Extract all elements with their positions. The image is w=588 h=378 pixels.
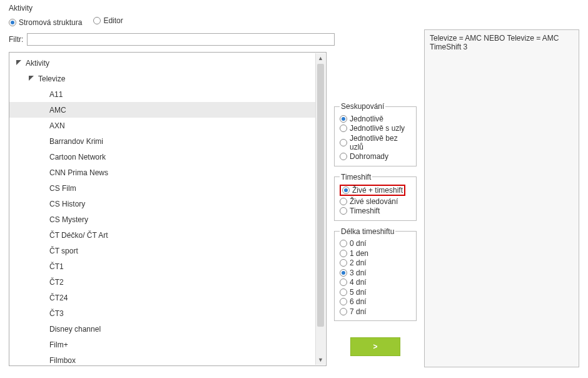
tree-channel-item[interactable]: CS Mystery [9, 212, 326, 227]
tree-channel-item[interactable]: ČT1 [9, 258, 326, 274]
radio-icon[interactable] [342, 186, 350, 194]
view-mode-option[interactable]: Stromová struktura [9, 18, 82, 27]
radio-icon[interactable] [340, 289, 347, 296]
length-legend: Délka timeshiftu [340, 227, 395, 236]
radio-icon[interactable] [9, 19, 16, 26]
view-mode-option[interactable]: Editor [93, 16, 123, 25]
tree-channel-label: Filmbox [49, 356, 76, 365]
tree-channel-item[interactable]: ČT sport [9, 243, 326, 258]
tree-channel-label: CNN Prima News [49, 168, 108, 177]
tree-channel-label: ČT Déčko/ ČT Art [49, 231, 108, 240]
scroll-thumb[interactable] [317, 64, 324, 327]
highlight-box: Živé + timeshift [340, 185, 405, 196]
length-option[interactable]: 7 dní [340, 307, 411, 316]
grouping-option[interactable]: Jednotlivě s uzly [340, 124, 411, 133]
tree-channel-item[interactable]: Disney channel [9, 321, 326, 337]
length-option-label: 7 dní [350, 307, 367, 316]
length-option[interactable]: 6 dní [340, 297, 411, 306]
tree-channel-item[interactable]: CS History [9, 196, 326, 212]
grouping-option[interactable]: Jednotlivě [340, 115, 411, 123]
radio-icon[interactable] [340, 240, 347, 247]
radio-icon[interactable] [93, 17, 101, 24]
tree-channel-item[interactable]: CS Film [9, 180, 326, 196]
radio-icon[interactable] [340, 115, 347, 123]
grouping-option[interactable]: Jednotlivě bez uzlů [340, 134, 411, 151]
tree-channel-label: A11 [49, 90, 63, 99]
radio-icon[interactable] [340, 298, 347, 305]
radio-icon[interactable] [340, 207, 347, 215]
radio-icon[interactable] [340, 278, 347, 286]
view-mode-label: Editor [103, 16, 123, 25]
length-option-label: 2 dní [350, 258, 367, 267]
tree-channel-item[interactable]: Barrandov Krimi [9, 133, 326, 149]
grouping-option-label: Jednotlivě [350, 115, 383, 123]
tree-channel-label: AXN [49, 121, 65, 130]
length-option[interactable]: 1 den [340, 249, 411, 258]
tree-channel-item[interactable]: CNN Prima News [9, 165, 326, 180]
tree-channel-item[interactable]: AXN [9, 118, 326, 133]
tree-channel-label: ČT3 [49, 309, 64, 318]
radio-icon[interactable] [340, 198, 347, 205]
go-button[interactable]: > [350, 337, 400, 356]
radio-icon[interactable] [340, 308, 347, 315]
tree-channel-label: AMC [49, 106, 66, 115]
grouping-legend: Seskupování [340, 102, 385, 111]
radio-icon[interactable] [340, 250, 347, 257]
tree-channel-item[interactable]: ČT24 [9, 290, 326, 305]
expression-text: Televize = AMC NEBO Televize = AMC TimeS… [430, 34, 559, 51]
timeshift-option-label: Živé + timeshift [352, 186, 403, 195]
tree-scrollbar[interactable]: ▲ ▼ [315, 53, 325, 365]
timeshift-fieldset: Timeshift Živé + timeshiftŽivé sledování… [334, 173, 417, 221]
radio-icon[interactable] [340, 153, 347, 160]
filter-label: Filtr: [9, 35, 23, 44]
radio-icon[interactable] [340, 259, 347, 267]
length-option-label: 6 dní [350, 297, 367, 306]
length-option-label: 0 dní [350, 239, 367, 248]
tree-channel-item[interactable]: Cartoon Network [9, 149, 326, 165]
tree-node-televize[interactable]: Televize [9, 71, 326, 86]
tree-root-label: Aktivity [26, 59, 49, 68]
timeshift-option[interactable]: Timeshift [340, 207, 411, 215]
tree-channel-item[interactable]: ČT2 [9, 274, 326, 290]
tree-root[interactable]: Aktivity [9, 55, 326, 71]
tree-channel-label: Disney channel [49, 325, 101, 334]
tree-channel-label: Film+ [49, 340, 68, 349]
tree-channel-item[interactable]: ČT Déčko/ ČT Art [9, 227, 326, 243]
length-option[interactable]: 5 dní [340, 288, 411, 297]
length-option[interactable]: 3 dní [340, 268, 411, 277]
scroll-down-icon[interactable]: ▼ [316, 355, 325, 365]
filter-input[interactable] [27, 33, 335, 46]
tree-channel-label: Barrandov Krimi [49, 137, 103, 146]
timeshift-option[interactable]: Živé + timeshift [340, 185, 411, 196]
length-option-label: 3 dní [350, 268, 367, 277]
length-option-label: 5 dní [350, 288, 367, 297]
length-fieldset: Délka timeshiftu 0 dní1 den2 dní3 dní4 d… [334, 227, 417, 322]
timeshift-option-label: Živé sledování [350, 197, 398, 206]
radio-icon[interactable] [340, 139, 347, 146]
timeshift-option[interactable]: Živé sledování [340, 197, 411, 206]
tree-channel-item[interactable]: AMC [9, 102, 315, 118]
tree-channel-item[interactable]: Film+ [9, 337, 326, 352]
grouping-option[interactable]: Dohromady [340, 152, 411, 161]
tree-channel-item[interactable]: Filmbox [9, 352, 326, 366]
scroll-up-icon[interactable]: ▲ [316, 53, 325, 63]
grouping-option-label: Jednotlivě bez uzlů [350, 134, 411, 151]
expander-icon[interactable] [28, 75, 36, 83]
length-option[interactable]: 4 dní [340, 278, 411, 287]
expander-icon[interactable] [16, 59, 23, 67]
tree-channel-label: CS Film [49, 184, 76, 193]
length-option[interactable]: 2 dní [340, 258, 411, 267]
tree-channel-item[interactable]: ČT3 [9, 305, 326, 321]
timeshift-option-label: Timeshift [350, 207, 380, 215]
go-button-label: > [373, 342, 377, 351]
tree-channel-label: ČT sport [49, 247, 78, 255]
grouping-option-label: Jednotlivě s uzly [350, 124, 405, 133]
view-mode-radios: Stromová strukturaEditor [9, 16, 579, 27]
radio-icon[interactable] [340, 269, 347, 277]
radio-icon[interactable] [340, 125, 347, 132]
timeshift-legend: Timeshift [340, 173, 372, 181]
tree-panel: AktivityTelevizeA11AMCAXNBarrandov Krimi… [9, 52, 327, 366]
tree-channel-item[interactable]: A11 [9, 86, 326, 102]
length-option[interactable]: 0 dní [340, 239, 411, 248]
tree-channel-label: CS Mystery [49, 215, 88, 224]
